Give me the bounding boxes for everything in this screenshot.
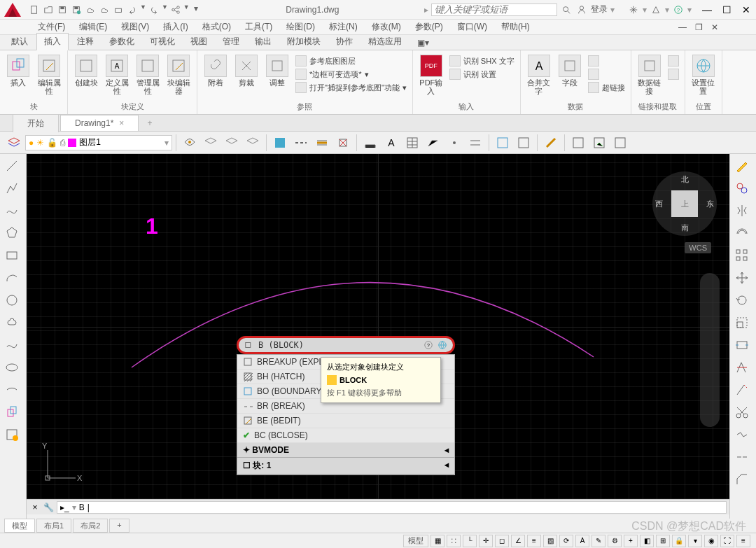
tab-manage[interactable]: 管理 <box>216 34 246 50</box>
polygon-tool[interactable] <box>1 223 22 244</box>
tab-expand[interactable]: ▣▾ <box>410 36 436 50</box>
create-block-button[interactable]: 创建块 <box>72 55 100 87</box>
add-tab-button[interactable]: + <box>140 115 159 131</box>
tab-view[interactable]: 视图 <box>183 34 214 50</box>
rectangle-tool[interactable] <box>1 245 22 266</box>
ws-toggle[interactable]: ⚙ <box>608 535 622 547</box>
data-link-button[interactable]: 数据链接 <box>636 55 664 95</box>
maximize-button[interactable]: ☐ <box>720 3 734 17</box>
move-tool[interactable] <box>732 267 752 288</box>
snap-toggle[interactable]: ⸬ <box>447 535 461 547</box>
lockui-toggle[interactable]: 🔒 <box>672 535 686 547</box>
layer-state-icon[interactable] <box>180 133 200 153</box>
app-logo[interactable] <box>3 1 25 18</box>
color-icon[interactable] <box>270 133 290 153</box>
globe-icon[interactable] <box>438 340 447 350</box>
mirror-tool[interactable] <box>732 200 752 221</box>
tab-insert[interactable]: 插入 <box>36 33 69 50</box>
block-editor-button[interactable]: 块编辑器 <box>164 55 192 95</box>
doc-tab-start[interactable]: 开始 <box>13 114 59 132</box>
exchange-icon[interactable] <box>627 3 640 16</box>
close-button[interactable]: ✕ <box>739 3 753 17</box>
menu-edit[interactable]: 编辑(E) <box>76 20 110 34</box>
ac-item[interactable]: BE (BEDIT) <box>237 414 454 428</box>
layout-tab-1[interactable]: 布局1 <box>36 519 71 533</box>
menu-dim[interactable]: 标注(N) <box>326 20 360 34</box>
palette2-icon[interactable] <box>589 133 609 153</box>
command-input[interactable]: ▸_ ▾ B| <box>57 501 727 514</box>
layer-translator-icon[interactable] <box>493 133 512 153</box>
spline2-tool[interactable] <box>1 335 22 356</box>
clip-button[interactable]: 剪裁 <box>232 55 260 87</box>
undo-icon[interactable] <box>126 3 139 16</box>
cloud-save-icon[interactable] <box>98 3 111 16</box>
dropdown-icon[interactable]: ▼ <box>183 3 190 16</box>
tab-output[interactable]: 输出 <box>248 34 279 50</box>
autodesk-icon[interactable] <box>650 3 662 16</box>
revcloud-tool[interactable] <box>1 312 22 333</box>
tab-annotate[interactable]: 注释 <box>70 34 101 50</box>
stretch-tool[interactable] <box>732 335 752 356</box>
layer-select[interactable]: ● ☀ 🔓 ⎙ 图层1 ▾ <box>25 135 172 150</box>
layer-prev-icon[interactable] <box>243 133 262 153</box>
pline-tool[interactable] <box>1 178 22 199</box>
check-standards-icon[interactable] <box>514 133 533 153</box>
snap-underlay-button[interactable]: 打开"捕捉到参考底图"功能 ▾ <box>294 81 408 94</box>
ellipse-tool[interactable] <box>1 357 22 378</box>
redo-icon[interactable] <box>148 3 160 16</box>
adjust-button[interactable]: 调整 <box>263 55 291 87</box>
tab-collab[interactable]: 协作 <box>329 34 360 50</box>
edit-attr-button[interactable]: 编辑属性 <box>35 55 63 95</box>
insert-block-button[interactable]: 插入 <box>4 55 32 87</box>
table-style-icon[interactable] <box>402 133 422 153</box>
offset-tool[interactable] <box>732 223 752 244</box>
mdi-restore[interactable]: ❐ <box>692 21 706 34</box>
saveas-icon[interactable] <box>70 3 83 16</box>
search-arrow-icon[interactable]: ▸ <box>424 5 428 15</box>
mdi-close[interactable]: ✕ <box>708 21 721 34</box>
search-input[interactable] <box>431 3 557 16</box>
layer-freeze-icon[interactable] <box>222 133 241 153</box>
iso-toggle[interactable]: ▾ <box>688 535 702 547</box>
ole-button[interactable] <box>587 55 626 67</box>
mleader-style-icon[interactable] <box>424 133 443 153</box>
ascale-toggle[interactable]: ✎ <box>592 535 606 547</box>
new-icon[interactable] <box>28 3 41 16</box>
ac-section[interactable]: ☐ 块: 1◂ <box>237 458 454 475</box>
join-tool[interactable] <box>732 447 752 468</box>
tab-parametric[interactable]: 参数化 <box>102 34 141 50</box>
ac-header[interactable]: B (BLOCK) ? <box>237 336 455 354</box>
scissors-tool[interactable] <box>732 402 752 423</box>
tab-addons[interactable]: 附加模块 <box>280 34 328 50</box>
layer-iso-icon[interactable] <box>201 133 220 153</box>
doc-tab-drawing1[interactable]: Drawing1*× <box>60 115 139 131</box>
cycling-toggle[interactable]: ⟳ <box>559 535 573 547</box>
save-icon[interactable] <box>56 3 69 16</box>
ac-section[interactable]: ✦ BVMODE◂ <box>237 443 454 458</box>
block-insert-tool[interactable] <box>1 402 22 423</box>
osnap-toggle[interactable]: ◻ <box>495 535 509 547</box>
menu-window[interactable]: 窗口(W) <box>454 20 490 34</box>
layout-tab-add[interactable]: + <box>109 519 129 533</box>
combine-text-button[interactable]: A合并文字 <box>525 55 553 95</box>
help-icon[interactable]: ? <box>672 3 685 16</box>
palette1-icon[interactable] <box>568 133 588 153</box>
plot-icon[interactable] <box>112 3 125 16</box>
extract-button[interactable] <box>666 55 680 67</box>
menu-modify[interactable]: 修改(M) <box>369 20 404 34</box>
arc-tool[interactable] <box>1 267 22 288</box>
menu-help[interactable]: 帮助(H) <box>498 20 533 34</box>
update-button[interactable] <box>666 68 680 80</box>
qp-toggle[interactable]: ⊞ <box>656 535 670 547</box>
close-icon[interactable]: × <box>29 503 41 512</box>
lineweight-icon[interactable] <box>312 133 332 153</box>
field-button[interactable]: 字段 <box>556 55 584 87</box>
recognize-shx-button[interactable]: 识别 SHX 文字 <box>448 55 516 67</box>
dropdown-icon[interactable]: ▼ <box>162 3 168 16</box>
block-create-tool[interactable] <box>1 424 22 445</box>
viewcube-face[interactable]: 上 <box>671 190 698 217</box>
rotate-tool[interactable] <box>732 290 752 311</box>
qat-more[interactable]: ▾ <box>191 3 201 16</box>
copy-tool[interactable] <box>732 178 752 199</box>
tab-default[interactable]: 默认 <box>4 34 35 50</box>
